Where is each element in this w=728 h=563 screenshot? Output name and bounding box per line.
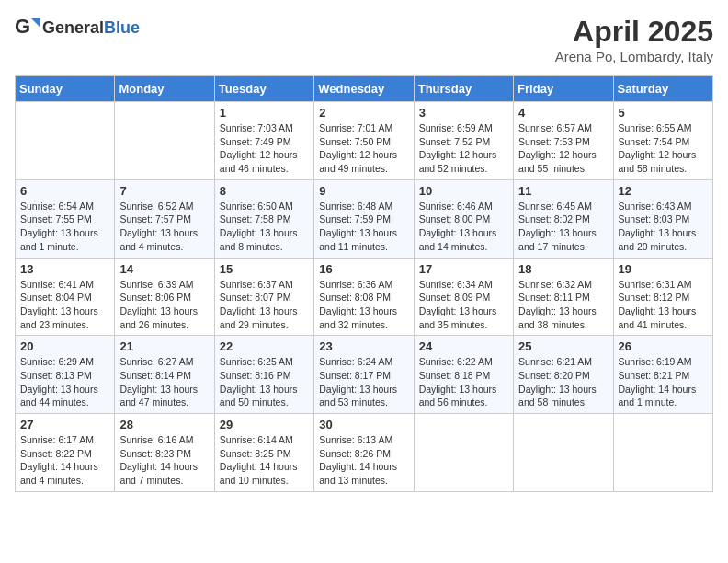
- day-info: Sunrise: 6:16 AMSunset: 8:23 PMDaylight:…: [119, 433, 209, 488]
- day-number: 26: [619, 339, 708, 353]
- weekday-header-sunday: Sunday: [16, 76, 115, 102]
- day-cell: 3Sunrise: 6:59 AMSunset: 7:52 PMDaylight…: [414, 102, 513, 180]
- day-number: 20: [20, 339, 109, 353]
- day-cell: 16Sunrise: 6:36 AMSunset: 8:08 PMDayligh…: [314, 258, 414, 336]
- day-info: Sunrise: 6:13 AMSunset: 8:26 PMDaylight:…: [319, 433, 408, 488]
- day-cell: 13Sunrise: 6:41 AMSunset: 8:04 PMDayligh…: [16, 258, 115, 336]
- title-area: April 2025 Arena Po, Lombardy, Italy: [555, 15, 713, 64]
- week-row-5: 27Sunrise: 6:17 AMSunset: 8:22 PMDayligh…: [16, 414, 713, 492]
- day-info: Sunrise: 6:25 AMSunset: 8:16 PMDaylight:…: [220, 355, 309, 409]
- day-number: 10: [419, 184, 508, 198]
- logo-text-general: General: [42, 18, 104, 37]
- day-cell: [613, 414, 712, 492]
- day-number: 27: [20, 418, 109, 431]
- day-info: Sunrise: 6:21 AMSunset: 8:20 PMDaylight:…: [518, 355, 608, 409]
- day-cell: 10Sunrise: 6:46 AMSunset: 8:00 PMDayligh…: [414, 179, 513, 258]
- day-number: 8: [220, 184, 309, 198]
- calendar: SundayMondayTuesdayWednesdayThursdayFrid…: [15, 75, 713, 492]
- day-number: 6: [20, 184, 109, 198]
- day-number: 17: [419, 262, 508, 276]
- location-title: Arena Po, Lombardy, Italy: [555, 49, 713, 64]
- day-number: 3: [419, 106, 508, 120]
- weekday-header-row: SundayMondayTuesdayWednesdayThursdayFrid…: [16, 76, 713, 102]
- day-cell: 11Sunrise: 6:45 AMSunset: 8:02 PMDayligh…: [514, 179, 613, 258]
- day-info: Sunrise: 6:39 AMSunset: 8:06 PMDaylight:…: [119, 278, 209, 332]
- day-number: 5: [619, 106, 708, 120]
- day-info: Sunrise: 6:45 AMSunset: 8:02 PMDaylight:…: [518, 200, 608, 254]
- day-info: Sunrise: 6:43 AMSunset: 8:03 PMDaylight:…: [619, 200, 708, 254]
- day-cell: 23Sunrise: 6:24 AMSunset: 8:17 PMDayligh…: [314, 336, 414, 414]
- day-cell: 20Sunrise: 6:29 AMSunset: 8:13 PMDayligh…: [16, 336, 115, 414]
- day-info: Sunrise: 6:48 AMSunset: 7:59 PMDaylight:…: [319, 200, 408, 254]
- day-info: Sunrise: 6:41 AMSunset: 8:04 PMDaylight:…: [20, 278, 109, 332]
- day-info: Sunrise: 7:03 AMSunset: 7:49 PMDaylight:…: [220, 121, 309, 176]
- day-info: Sunrise: 6:32 AMSunset: 8:11 PMDaylight:…: [518, 278, 608, 332]
- header: G GeneralBlue April 2025 Arena Po, Lomba…: [15, 15, 713, 64]
- day-cell: 19Sunrise: 6:31 AMSunset: 8:12 PMDayligh…: [613, 258, 712, 336]
- day-info: Sunrise: 6:17 AMSunset: 8:22 PMDaylight:…: [20, 433, 109, 488]
- day-cell: 25Sunrise: 6:21 AMSunset: 8:20 PMDayligh…: [514, 336, 613, 414]
- day-cell: 8Sunrise: 6:50 AMSunset: 7:58 PMDaylight…: [214, 179, 313, 258]
- day-info: Sunrise: 6:29 AMSunset: 8:13 PMDaylight:…: [20, 355, 109, 409]
- day-cell: 9Sunrise: 6:48 AMSunset: 7:59 PMDaylight…: [314, 179, 414, 258]
- logo-icon: G: [15, 15, 40, 40]
- day-number: 13: [20, 262, 109, 276]
- day-cell: 5Sunrise: 6:55 AMSunset: 7:54 PMDaylight…: [613, 102, 712, 180]
- day-number: 22: [220, 339, 309, 353]
- day-number: 11: [518, 184, 608, 198]
- day-info: Sunrise: 6:46 AMSunset: 8:00 PMDaylight:…: [419, 200, 508, 254]
- day-cell: 26Sunrise: 6:19 AMSunset: 8:21 PMDayligh…: [613, 336, 712, 414]
- day-number: 19: [619, 262, 708, 276]
- day-number: 9: [319, 184, 408, 198]
- svg-text:G: G: [15, 15, 30, 38]
- day-cell: 15Sunrise: 6:37 AMSunset: 8:07 PMDayligh…: [214, 258, 313, 336]
- day-info: Sunrise: 6:37 AMSunset: 8:07 PMDaylight:…: [220, 278, 309, 332]
- day-info: Sunrise: 6:14 AMSunset: 8:25 PMDaylight:…: [220, 433, 309, 488]
- day-cell: 29Sunrise: 6:14 AMSunset: 8:25 PMDayligh…: [214, 414, 313, 492]
- day-number: 21: [119, 339, 209, 353]
- week-row-3: 13Sunrise: 6:41 AMSunset: 8:04 PMDayligh…: [16, 258, 713, 336]
- day-number: 16: [319, 262, 408, 276]
- weekday-header-saturday: Saturday: [613, 76, 712, 102]
- day-info: Sunrise: 6:54 AMSunset: 7:55 PMDaylight:…: [20, 200, 109, 254]
- day-number: 24: [419, 339, 508, 353]
- week-row-4: 20Sunrise: 6:29 AMSunset: 8:13 PMDayligh…: [16, 336, 713, 414]
- weekday-header-thursday: Thursday: [414, 76, 513, 102]
- day-cell: 12Sunrise: 6:43 AMSunset: 8:03 PMDayligh…: [613, 179, 712, 258]
- day-cell: 17Sunrise: 6:34 AMSunset: 8:09 PMDayligh…: [414, 258, 513, 336]
- day-number: 12: [619, 184, 708, 198]
- day-cell: 18Sunrise: 6:32 AMSunset: 8:11 PMDayligh…: [514, 258, 613, 336]
- day-number: 1: [220, 106, 309, 120]
- month-title: April 2025: [555, 15, 713, 49]
- day-cell: [514, 414, 613, 492]
- day-cell: 28Sunrise: 6:16 AMSunset: 8:23 PMDayligh…: [115, 414, 214, 492]
- day-info: Sunrise: 6:59 AMSunset: 7:52 PMDaylight:…: [419, 121, 508, 176]
- day-number: 2: [319, 106, 408, 120]
- weekday-header-monday: Monday: [115, 76, 214, 102]
- weekday-header-wednesday: Wednesday: [314, 76, 414, 102]
- day-cell: [16, 102, 115, 180]
- day-info: Sunrise: 6:34 AMSunset: 8:09 PMDaylight:…: [419, 278, 508, 332]
- day-cell: 24Sunrise: 6:22 AMSunset: 8:18 PMDayligh…: [414, 336, 513, 414]
- day-number: 30: [319, 418, 408, 431]
- day-cell: 21Sunrise: 6:27 AMSunset: 8:14 PMDayligh…: [115, 336, 214, 414]
- week-row-2: 6Sunrise: 6:54 AMSunset: 7:55 PMDaylight…: [16, 179, 713, 258]
- day-number: 28: [119, 418, 209, 431]
- day-cell: 14Sunrise: 6:39 AMSunset: 8:06 PMDayligh…: [115, 258, 214, 336]
- day-number: 18: [518, 262, 608, 276]
- day-number: 7: [119, 184, 209, 198]
- day-cell: 7Sunrise: 6:52 AMSunset: 7:57 PMDaylight…: [115, 179, 214, 258]
- day-number: 25: [518, 339, 608, 353]
- week-row-1: 1Sunrise: 7:03 AMSunset: 7:49 PMDaylight…: [16, 102, 713, 180]
- day-number: 15: [220, 262, 309, 276]
- day-info: Sunrise: 6:36 AMSunset: 8:08 PMDaylight:…: [319, 278, 408, 332]
- day-info: Sunrise: 6:55 AMSunset: 7:54 PMDaylight:…: [619, 121, 708, 176]
- day-number: 14: [119, 262, 209, 276]
- day-info: Sunrise: 6:19 AMSunset: 8:21 PMDaylight:…: [619, 355, 708, 409]
- day-cell: 6Sunrise: 6:54 AMSunset: 7:55 PMDaylight…: [16, 179, 115, 258]
- day-info: Sunrise: 6:52 AMSunset: 7:57 PMDaylight:…: [119, 200, 209, 254]
- day-number: 29: [220, 418, 309, 431]
- day-info: Sunrise: 6:27 AMSunset: 8:14 PMDaylight:…: [119, 355, 209, 409]
- day-cell: 22Sunrise: 6:25 AMSunset: 8:16 PMDayligh…: [214, 336, 313, 414]
- day-cell: 2Sunrise: 7:01 AMSunset: 7:50 PMDaylight…: [314, 102, 414, 180]
